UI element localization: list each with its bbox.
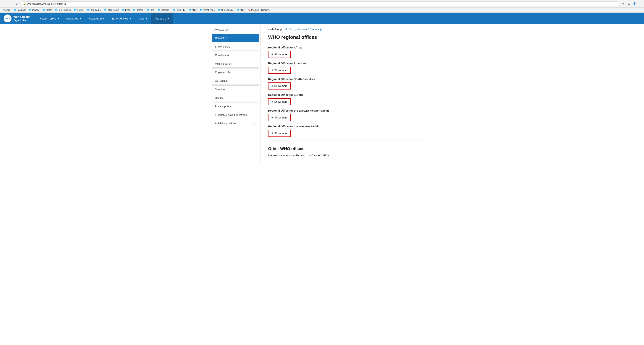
plus-icon-em: + <box>272 116 273 119</box>
chevron-down-icon-publishing: ▼ <box>254 122 256 125</box>
show-more-em[interactable]: + Show more <box>268 114 291 121</box>
bookmark-tables[interactable]: 🌐 Tables <box>41 8 53 12</box>
regional-title-wp: Regional Office for the Western Pacific <box>268 125 426 128</box>
bookmarks-bar: ☷ Apps 🌐 Headings 🌐 Images 🌐 Tables 🌐 Te… <box>0 7 644 13</box>
who-logo-line1: World Health <box>14 15 30 18</box>
sidebar-item-faq[interactable]: Frequently asked questions <box>212 111 259 119</box>
sidebar-item-contact-us[interactable]: Contact us <box>212 34 259 42</box>
plus-icon-sea: + <box>272 84 273 88</box>
regional-section-americas: Regional Office for Americas + Show more <box>268 62 426 74</box>
bookmark-lang[interactable]: 🌐 Lang <box>145 8 156 12</box>
whatsapp-line: WhatsApp : http://bit.ly/who-covid19-wha… <box>268 28 426 31</box>
back-button[interactable]: ← <box>2 1 7 6</box>
globe-icon-8: 🌐 <box>122 9 125 11</box>
show-more-label-europe: Show more <box>274 100 288 103</box>
regional-title-africa: Regional Office for Africa <box>268 46 426 49</box>
sidebar-label-stakeholders: Stakeholders <box>215 45 230 48</box>
extensions-button[interactable]: ☷ <box>626 1 631 6</box>
nav-countries[interactable]: Countries ▼ <box>63 13 85 24</box>
sidebar-back-label: Who we are <box>215 28 229 31</box>
nav-items: Health Topics ▼ Countries ▼ Newsroom ▼ E… <box>36 13 640 24</box>
sidebar-label-publishing-policies: Publishing policies <box>215 122 236 125</box>
globe-icon-6: 🌐 <box>86 9 89 11</box>
sidebar-item-history[interactable]: History <box>212 94 259 102</box>
bookmark-landmarks[interactable]: 🌐 Landmarks <box>85 8 102 12</box>
who-logo-text: World Health Organization <box>14 15 30 22</box>
globe-icon-3: 🌐 <box>42 9 45 11</box>
regional-title-europe: Regional Office for Europe <box>268 93 426 96</box>
other-office-iarc: International Agency for Research on Can… <box>268 154 426 157</box>
who-logo-line2: Organization <box>14 19 27 21</box>
chevron-down-icon-data: ▼ <box>145 17 148 20</box>
bookmark-lists[interactable]: 🌐 Lists <box>121 8 131 12</box>
bookmark-text-spacing[interactable]: 🌐 Text Spacing <box>54 8 72 12</box>
globe-icon-13: 🌐 <box>188 9 191 11</box>
bookmark-projects[interactable]: 🔖 Projects - SoftSer... <box>247 8 272 12</box>
sidebar-item-constitution[interactable]: Constitution <box>212 51 259 59</box>
sidebar-item-our-values[interactable]: Our values <box>212 77 259 85</box>
sidebar-item-stakeholders[interactable]: Stakeholders <box>212 43 259 50</box>
nav-health-topics[interactable]: Health Topics ▼ <box>36 13 63 24</box>
show-more-sea[interactable]: + Show more <box>268 82 291 89</box>
who-logo[interactable]: WHO World Health Organization <box>4 14 30 22</box>
regional-title-sea: Regional Office for South-East Asia <box>268 77 426 81</box>
browser-toolbar-icons: ★ ☷ 👤 ⋮ <box>621 1 642 6</box>
sidebar-label-privacy-policy: Privacy policy <box>215 105 231 108</box>
regional-title-americas: Regional Office for Americas <box>268 62 426 65</box>
menu-button[interactable]: ⋮ <box>638 1 642 6</box>
plus-icon-europe: + <box>272 100 273 103</box>
address-bar-row: ← → ↻ 🔒 who.int/about/who-we-are/contact… <box>0 0 644 7</box>
bookmark-aria[interactable]: 🌐 ARIA <box>188 8 198 12</box>
globe-icon-7: 🌐 <box>104 9 106 11</box>
nav-data[interactable]: Data ▼ <box>135 13 151 24</box>
chevron-down-icon-countries: ▼ <box>79 17 82 20</box>
bookmark-force-focus[interactable]: 🌐 Force Focus <box>102 8 120 12</box>
address-bar[interactable]: 🔒 who.int/about/who-we-are/contact-us <box>20 1 620 6</box>
show-more-europe[interactable]: + Show more <box>268 98 291 105</box>
nav-emergencies[interactable]: Emergencies ▼ <box>108 13 135 24</box>
account-button[interactable]: 👤 <box>632 1 636 6</box>
bookmark-headings[interactable]: 🌐 Headings <box>12 8 27 12</box>
bookmark-page-title[interactable]: 🌐 Page Title <box>171 8 186 12</box>
regional-section-sea: Regional Office for South-East Asia + Sh… <box>268 77 426 89</box>
bookmark-apps[interactable]: ☷ Apps <box>2 8 12 12</box>
forward-button[interactable]: → <box>8 1 13 6</box>
bookmark-reset-page[interactable]: 🌐 Reset Page <box>199 8 216 12</box>
regional-section-africa: Regional Office for Africa + Show more <box>268 46 426 58</box>
bookmark-iframes[interactable]: 🌐 Iframes <box>132 8 144 12</box>
show-more-label-sea: Show more <box>274 84 288 87</box>
sidebar-label-constitution: Constitution <box>215 54 229 57</box>
chevron-left-icon: ‹ <box>213 28 214 31</box>
url-display: who.int/about/who-we-are/contact-us <box>27 2 617 5</box>
reload-button[interactable]: ↻ <box>14 1 19 6</box>
bookmark-axe-console[interactable]: 🌐 aXe Console <box>216 8 235 12</box>
bookmark-images[interactable]: 🌐 Images <box>28 8 40 12</box>
show-more-africa[interactable]: + Show more <box>268 51 291 58</box>
globe-icon-2: 🌐 <box>29 9 32 11</box>
chevron-down-icon-health: ▼ <box>57 17 60 20</box>
bookmark-forms[interactable]: 🌐 Forms <box>73 8 84 12</box>
bookmark-andi[interactable]: 🌐 ANDI <box>236 8 246 12</box>
chevron-down-icon-emergencies: ▼ <box>129 17 132 20</box>
apps-icon: ☷ <box>3 9 5 11</box>
who-abbr: WHO <box>6 17 10 19</box>
sidebar-item-multilingualism[interactable]: Multilingualism <box>212 60 259 68</box>
who-navigation: WHO World Health Organization Health Top… <box>0 13 644 24</box>
bookmark-tabindex[interactable]: 🌐 Tabindex <box>156 8 170 12</box>
plus-icon-americas: + <box>272 68 273 72</box>
show-more-americas[interactable]: + Show more <box>268 67 291 74</box>
page-layout: ‹ Who we are Contact us Stakeholders Con… <box>210 24 434 162</box>
sidebar-item-structure[interactable]: Structure ▼ <box>212 85 259 93</box>
show-more-wp[interactable]: + Show more <box>268 130 291 137</box>
sidebar-item-privacy-policy[interactable]: Privacy policy <box>212 102 259 110</box>
nav-about-us[interactable]: About Us ▼ <box>151 13 173 24</box>
sidebar-item-publishing-policies[interactable]: Publishing policies ▼ <box>212 120 259 127</box>
bookmark-star-button[interactable]: ★ <box>621 1 626 6</box>
sidebar-back-link[interactable]: ‹ Who we are <box>210 27 260 33</box>
show-more-label-americas: Show more <box>274 69 288 72</box>
whatsapp-link[interactable]: http://bit.ly/who-covid19-whatsapp <box>284 28 323 31</box>
nav-newsroom[interactable]: Newsroom ▼ <box>85 13 109 24</box>
whatsapp-label: WhatsApp : <box>270 28 283 31</box>
globe-icon-1: 🌐 <box>14 9 16 11</box>
sidebar-item-regional-offices[interactable]: Regional offices <box>212 68 259 76</box>
